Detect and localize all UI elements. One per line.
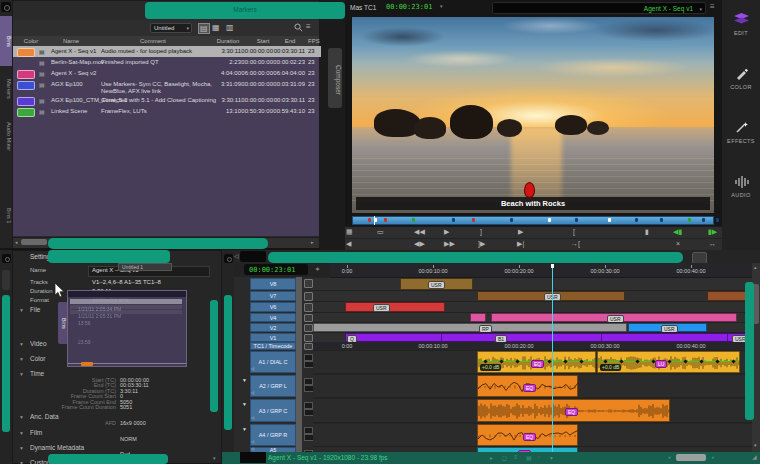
timeline-clip[interactable]: USR [345, 302, 445, 312]
track-lane[interactable]: 0:0000:00:10:0000:00:20:0000:00:30:0000:… [313, 342, 752, 351]
track-lane[interactable]: RPUSR [313, 323, 752, 333]
disclosure-triangle-icon[interactable]: ▼ [19, 414, 24, 420]
status-bar-icon[interactable]: ◻ [502, 454, 507, 461]
settings-section-color[interactable]: Color [30, 355, 46, 362]
track-header-tc1[interactable]: TC1 / Timecode [250, 342, 296, 350]
bin-row[interactable]: ▤Agent X - Seq v24:04:0006:00:00:0006:04… [13, 68, 321, 79]
timeline-clip[interactable]: EQ [477, 399, 670, 422]
timeline-clip[interactable]: EQ [477, 375, 578, 397]
timeline-clip[interactable]: EQ [477, 424, 578, 446]
workspace-audio[interactable]: AUDIO [722, 174, 760, 214]
settings-strip-tab[interactable] [2, 270, 10, 290]
disclosure-triangle-icon[interactable]: ▼ [19, 371, 24, 377]
composer-clip-dropdown[interactable]: Agent X - Seq v1 ▾ [492, 2, 706, 14]
disclosure-triangle-icon[interactable]: ▼ [19, 356, 24, 362]
scrub-marker[interactable] [575, 218, 578, 222]
bin-column-header-fps[interactable]: FPS [308, 38, 336, 44]
script-view-icon[interactable]: ▥ [226, 23, 234, 32]
sidebar-tab-markers[interactable]: Markers [0, 70, 12, 108]
track-lane[interactable]: USR [313, 278, 752, 291]
timeline-hscroll-thumb[interactable] [676, 454, 706, 461]
status-bar-icon[interactable]: ≡ [514, 454, 518, 460]
transport-button[interactable]: ▶▶ [444, 240, 455, 248]
bin-row[interactable]: ▤Agent X - Seq v1Audio muted - for loope… [13, 46, 321, 57]
disclosure-triangle-icon[interactable]: ▼ [242, 426, 247, 432]
track-header-v4[interactable]: V4 [250, 313, 296, 322]
transport-button[interactable]: ▦ [346, 228, 353, 236]
transport-button[interactable]: ▮▶ [708, 228, 717, 236]
bin-column-header-duration[interactable]: Duration [214, 38, 242, 44]
scroll-down-arrow[interactable]: ▾ [754, 443, 757, 448]
audio-effect-badge[interactable]: LU [655, 360, 667, 368]
bin-view-dropdown[interactable]: Untitled ▾ [150, 23, 192, 33]
track-header-v6[interactable]: V6 [250, 302, 296, 312]
timeline-clip[interactable]: QB1USR [345, 333, 752, 342]
settings-scroll-down-icon[interactable]: ▾ [213, 455, 216, 461]
timeline-clip[interactable]: USR [491, 313, 737, 322]
settings-section-time[interactable]: Time [30, 370, 44, 377]
scrub-marker[interactable] [716, 218, 719, 222]
track-header-a1[interactable]: A1 / DIAL C [250, 351, 296, 373]
clip-effect-badge[interactable]: Q [347, 335, 357, 343]
bin-column-header-name[interactable]: Name [57, 38, 85, 44]
scrub-marker[interactable] [510, 218, 513, 222]
composer-menu-icon[interactable]: ≡ [710, 2, 715, 11]
audio-effect-badge[interactable]: EQ [523, 433, 536, 441]
transport-button[interactable]: ▶ [444, 228, 449, 236]
transport-button[interactable]: ▶| [517, 240, 524, 248]
timeline-clip[interactable]: +0.0 dBLU [597, 351, 740, 373]
red-marker-icon[interactable] [524, 182, 535, 198]
scrub-marker[interactable] [384, 218, 387, 222]
transport-button[interactable]: ] [480, 228, 482, 236]
speaker-icon[interactable]: ◁ [251, 366, 254, 371]
settings-section-file[interactable]: File [30, 306, 40, 313]
sidebar-tab-bins-1[interactable]: Bins 1 [0, 203, 12, 229]
search-icon[interactable] [294, 23, 303, 32]
disclosure-triangle-icon[interactable]: ▼ [19, 430, 24, 436]
workspace-effects[interactable]: EFFECTS [722, 120, 760, 160]
speaker-icon[interactable]: ◁ [251, 439, 254, 444]
clip-effect-badge[interactable]: USR [661, 325, 678, 333]
scrub-marker[interactable] [660, 218, 663, 222]
transport-button[interactable]: × [676, 240, 680, 248]
clip-effect-badge[interactable]: USR [373, 304, 390, 312]
disclosure-triangle-icon[interactable]: ▼ [242, 401, 247, 407]
scrub-marker[interactable] [412, 218, 415, 222]
track-monitor-button[interactable] [304, 343, 313, 350]
bin-row[interactable]: ▤Linked SceneFrameFlex, LUTs13:1000:50:3… [13, 106, 321, 117]
bin-row[interactable]: ▤AGX Ep100_CTM_Final_5.1Corrected with 5… [13, 95, 321, 106]
transport-button[interactable]: ▶ [518, 228, 523, 236]
timeline-asterisk-button[interactable]: ∗ [315, 265, 320, 272]
track-monitor-button[interactable] [304, 334, 313, 342]
transport-button[interactable]: ◀◀ [414, 228, 425, 236]
track-monitor-button[interactable] [304, 303, 313, 312]
settings-section-film[interactable]: Film [30, 429, 42, 436]
scrub-marker[interactable] [368, 218, 371, 222]
settings-section-dynamic-metadata[interactable]: Dynamic Metadata [30, 444, 84, 451]
clip-effect-badge[interactable]: USR [607, 315, 624, 323]
timeline-clip[interactable] [470, 313, 486, 322]
bin-row[interactable]: ▤Berlin-Sat-Map.movFinished imported QT2… [13, 57, 321, 68]
resize-grip-icon[interactable]: ◢ [752, 453, 757, 460]
status-bar-icon[interactable]: ▾ [550, 454, 553, 461]
track-header-a3[interactable]: A3 / GRP C [250, 399, 296, 422]
status-bar-icon[interactable]: ◦ [538, 454, 540, 460]
transport-button[interactable]: ↔ [709, 240, 716, 248]
scrub-marker[interactable] [472, 218, 475, 222]
settings-section-anc-data[interactable]: Anc. Data [30, 413, 59, 420]
track-lane[interactable]: USR [313, 291, 752, 302]
track-lane[interactable]: USR [313, 302, 752, 313]
bin-row[interactable]: ▤AGX Ep100Use Markers- Sym CC, Baselight… [13, 79, 321, 95]
hscroll-right-arrow[interactable]: ▸ [712, 455, 715, 460]
scrub-marker[interactable] [702, 218, 705, 222]
transport-button[interactable]: ▮ [645, 228, 649, 236]
timeline-timecode-box[interactable]: 00:00:23:01 [244, 264, 308, 275]
bin-hscroll-thumb[interactable] [21, 239, 47, 245]
track-lane[interactable]: +0.0 dBEQ+0.0 dBLU [313, 351, 752, 374]
transport-button[interactable]: ◀▶ [414, 240, 425, 248]
track-lane[interactable]: EQ [313, 399, 752, 423]
disclosure-triangle-icon[interactable]: ▼ [19, 341, 24, 347]
hscroll-left-arrow[interactable]: ◂ [668, 455, 671, 460]
timeline-clip[interactable]: +0.0 dBEQ [477, 351, 596, 373]
tab-composer[interactable]: Composer [328, 48, 342, 108]
